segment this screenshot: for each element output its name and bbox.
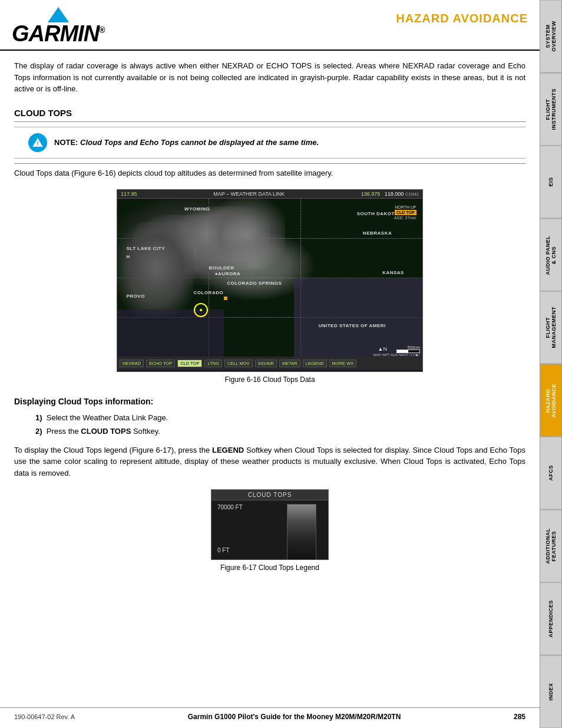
state-nebraska: NEBRASKA [363,230,392,236]
cld-top-badge: CLD TOP [395,210,416,215]
map-title: MAP – WEATHER DATA LINK [137,191,361,197]
top-divider [14,121,525,122]
map-display: 117.95 MAP – WEATHER DATA LINK 136.975 1… [117,189,423,372]
state-south-dakota: SOUTH DAKOTA [357,211,398,216]
state-provo: PROVO [127,294,145,299]
legend-bold: LEGEND [212,446,244,454]
softkey-sig-air[interactable]: SIG/AIR [255,360,277,367]
legend-labels: 70000 FT 0 FT [217,504,247,554]
softkey-nexrad[interactable]: NEXRAD [120,360,144,367]
bottom-labels: MAP WPT AUX NRST □□□■□ [373,353,420,357]
garmin-logo: GARMIN® [12,7,104,45]
page-header: GARMIN® HAZARD AVOIDANCE [0,0,540,51]
north-indicator: ▲N [378,346,387,352]
legend-paragraph: To display the Cloud Tops legend (Figure… [0,441,540,483]
cloud-tops-desc: Cloud Tops data (Figure 6-16) depicts cl… [0,164,540,183]
note-text: NOTE: Cloud Tops and Echo Tops cannot be… [54,138,319,147]
intro-paragraph: The display of radar coverage is always … [14,60,525,95]
sidebar-tab-hazard-avoidance[interactable]: HAZARDAVOIDANCE [540,364,562,437]
sidebar-tab-system-overview[interactable]: SYSTEMOVERVIEW [540,0,562,73]
sidebar-tab-flight-instruments[interactable]: FLIGHTINSTRUMENTS [540,73,562,146]
sidebar-tab-appendices[interactable]: APPENDICES [540,582,562,655]
legend-top-label: 70000 FT [217,504,243,510]
logo-wordmark: GARMIN® [12,22,104,45]
sidebar-tab-additional-features[interactable]: ADDITIONALFEATURES [540,510,562,583]
footer-doc-number: 190-00647-02 Rev. A [14,713,75,720]
legend-bottom-label: 0 FT [217,547,243,554]
figure-6-16: 117.95 MAP – WEATHER DATA LINK 136.975 1… [117,189,423,384]
page-footer: 190-00647-02 Rev. A Garmin G1000 Pilot's… [0,707,540,721]
cld-top-info: NORTH UP CLD TOP AGE: 37min [394,205,416,220]
logo-registered: ® [99,25,104,35]
scale-container: 500nm [396,345,420,353]
scale-label: 500nm [396,345,420,350]
softkey-legend[interactable]: LEGEND [303,360,327,367]
logo-triangle-icon [48,7,69,22]
city-boulder: BOULDER [209,265,234,271]
label-h: H [127,254,130,259]
com2-label: COM2 [405,192,419,197]
compass-indicator: ▲N [378,346,387,352]
no-coverage-area [294,278,422,357]
state-kansas: KANSAS [382,270,404,275]
note-content: Cloud Tops and Echo Tops cannot be displ… [80,138,319,147]
caution-svg: ! [32,137,44,149]
note-warning-icon: ! [28,133,47,152]
sidebar-tab-eis[interactable]: EIS [540,146,562,219]
map-softkey-bar: NEXRAD ECHO TOP CLD TOP LTNG CELL MOV SI… [117,357,422,370]
step-2-num: 2) [35,427,42,436]
display-sub-heading: Displaying Cloud Tops information: [0,391,540,409]
step-1-num: 1) [35,413,42,422]
footer-title: Garmin G1000 Pilot's Guide for the Moone… [188,713,401,721]
age-label: AGE: 37min [394,216,416,220]
cloud-area-4 [117,222,194,317]
label-salt-lake: SLT LAKE CITY [127,246,165,251]
note-box: ! NOTE: Cloud Tops and Echo Tops cannot … [14,127,525,159]
colorado-dot [224,297,227,300]
softkey-metar[interactable]: METAR [279,360,300,367]
note-label: NOTE: [54,138,80,147]
page-title: HAZARD AVOIDANCE [396,7,528,25]
city-aurora: ●AURORA [215,271,240,276]
intro-section: The display of radar coverage is always … [0,51,540,101]
legend-gradient [287,504,316,560]
figure-6-17-caption: Figure 6-17 Cloud Tops Legend [205,564,335,572]
map-freq-right: 136.975 118.000 COM2 [361,191,419,197]
sidebar-tab-afcs[interactable]: AFCS [540,437,562,510]
softkey-more-wx[interactable]: MORE WX [329,360,357,367]
softkey-cell-mov[interactable]: CELL MOV [224,360,253,367]
cloud-tops-heading: CLOUD TOPS [0,101,540,121]
state-wyoming: WYOMING [184,206,210,212]
legend-content: 70000 FT 0 FT [211,500,328,557]
sidebar-tab-flight-management[interactable]: FLIGHTMANAGEMENT [540,291,562,364]
figure-6-17: CLOUD TOPS 70000 FT 0 FT Figure 6-17 Clo… [205,489,335,572]
no-coverage-area-2 [117,309,224,357]
sidebar: SYSTEMOVERVIEW FLIGHTINSTRUMENTS EIS AUD… [540,0,562,728]
state-colorado: COLORADO [194,290,224,295]
map-body: SOUTH DAKOTA WYOMING NEBRASKA PROVO H BO… [117,199,422,357]
map-header-bar: 117.95 MAP – WEATHER DATA LINK 136.975 1… [117,190,422,199]
legend-title: CLOUD TOPS [211,490,328,500]
footer-page-number: 285 [514,713,525,721]
softkey-echo-top[interactable]: ECHO TOP [146,360,175,367]
svg-text:!: ! [37,140,38,146]
steps-list: 1) Select the Weather Data Link Page. 2)… [0,409,540,441]
logo-text: GARMIN [12,21,99,46]
softkey-cld-top[interactable]: CLD TOP [177,360,202,367]
position-dot [200,309,202,311]
main-content: GARMIN® HAZARD AVOIDANCE The display of … [0,0,540,572]
map-freq-left: 117.95 [121,191,137,197]
aircraft-position-circle [194,303,208,317]
sidebar-tab-audio-panel[interactable]: AUDIO PANEL& CNS [540,219,562,292]
label-us: UNITED STATES OF AMERI [318,323,385,328]
legend-box: CLOUD TOPS 70000 FT 0 FT [211,489,329,560]
step-2-text: Press the CLOUD TOPS Softkey. [47,427,160,436]
step-1-text: Select the Weather Data Link Page. [47,413,168,422]
step-2: 2) Press the CLOUD TOPS Softkey. [35,424,525,438]
sidebar-tab-index[interactable]: INDEX [540,655,562,729]
softkey-ltng[interactable]: LTNG [204,360,222,367]
step-1: 1) Select the Weather Data Link Page. [35,411,525,424]
figure-6-16-caption: Figure 6-16 Cloud Tops Data [117,375,423,384]
north-up-label: NORTH UP [395,205,416,209]
city-colo-springs: COLORADO SPRINGS [227,281,282,286]
